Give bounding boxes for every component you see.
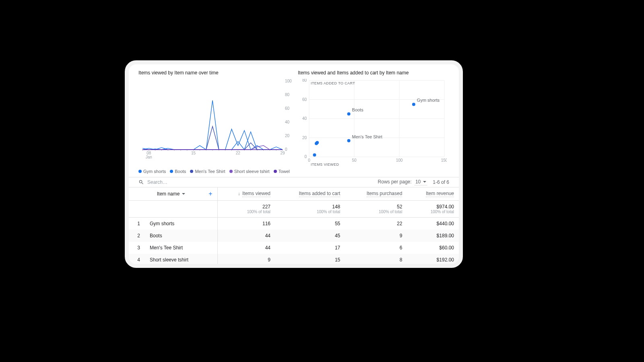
legend-item[interactable]: Gym shorts [138,169,166,174]
items-table: Item name + ↓ Items viewed Items added t… [129,187,459,266]
col-items-viewed[interactable]: ↓ Items viewed [217,187,275,201]
svg-point-59 [347,139,351,142]
totals-row: 227100% of total 148100% of total 52100%… [129,201,459,218]
svg-text:0: 0 [285,147,287,152]
col-items-added[interactable]: Items added to cart [275,187,345,201]
pagination-label: 1-6 of 6 [433,179,449,185]
line-chart-card: Items viewed by Item name over time 0204… [138,70,290,174]
svg-text:0: 0 [304,154,307,159]
legend-swatch [138,170,142,173]
svg-text:40: 40 [302,116,307,121]
legend-swatch [190,170,193,173]
svg-text:60: 60 [285,106,290,111]
legend-item[interactable]: Men's Tee Shirt [190,169,225,174]
svg-point-55 [412,103,415,106]
rows-per-page-label: Rows per page: [378,179,412,185]
legend-swatch [229,170,233,173]
svg-text:ITEMS ADDED TO CART: ITEMS ADDED TO CART [311,81,355,85]
dimension-picker[interactable]: Item name [157,191,186,197]
chevron-down-icon [423,181,426,183]
dimension-name: Item name [157,191,180,197]
search-icon [138,179,144,185]
svg-text:22: 22 [236,151,241,155]
svg-text:50: 50 [352,158,357,162]
item-name-cell: Men's Tee Shirt [145,242,217,254]
search-wrap [138,179,378,185]
item-name-cell: Boots [145,230,217,242]
svg-text:Gym shorts: Gym shorts [417,98,440,103]
svg-text:15: 15 [191,151,196,155]
line-chart-title: Items viewed by Item name over time [138,70,290,76]
svg-text:0: 0 [308,158,310,162]
legend-swatch [170,170,173,173]
sort-desc-icon: ↓ [238,191,240,196]
svg-text:20: 20 [285,134,290,138]
svg-text:80: 80 [285,93,290,97]
legend-swatch [274,170,277,173]
svg-point-57 [347,112,351,115]
table-row[interactable]: 3Men's Tee Shirt44176$60.00 [129,242,459,254]
svg-text:20: 20 [302,136,307,140]
scatter-chart-card: Items viewed and Items added to cart by … [298,70,449,174]
item-name-cell: Gym shorts [145,218,217,230]
svg-text:150: 150 [441,158,447,162]
rows-per-page: Rows per page: 10 [378,179,427,185]
table-row[interactable]: 1Gym shorts1165522$440.00 [129,218,459,230]
table-row[interactable]: 2Boots44459$189.00 [129,230,459,242]
charts-row: Items viewed by Item name over time 0204… [129,64,459,177]
svg-text:80: 80 [302,79,307,82]
svg-text:ITEMS VIEWED: ITEMS VIEWED [311,162,339,167]
item-name-cell: Short sleeve tshirt [145,254,217,266]
svg-point-63 [313,153,316,156]
svg-text:29: 29 [280,151,285,155]
col-items-purchased[interactable]: Items purchased [345,187,407,201]
legend-item[interactable]: Short sleeve tshirt [229,169,270,174]
svg-point-62 [315,142,318,145]
svg-text:100: 100 [396,158,403,162]
col-item-revenue[interactable]: Item revenue [407,187,459,201]
rows-per-page-select[interactable]: 10 [415,179,427,185]
line-chart-legend: Gym shortsBootsMen's Tee ShirtShort slee… [138,169,290,174]
add-dimension-button[interactable]: + [208,191,212,197]
scatter-chart-body[interactable]: 020406080050100150ITEMS ADDED TO CARTITE… [298,79,449,167]
table-row[interactable]: 4Short sleeve tshirt9158$192.00 [129,254,459,266]
legend-item[interactable]: Towel [274,169,290,174]
svg-text:100: 100 [285,79,292,83]
rows-per-page-value: 10 [415,179,421,185]
svg-text:Jan: Jan [146,155,152,159]
svg-text:40: 40 [285,120,290,124]
line-chart-body[interactable]: 02040608010008152229Jan [138,79,290,167]
table-header-row: Item name + ↓ Items viewed Items added t… [129,187,459,201]
scatter-chart-title: Items viewed and Items added to cart by … [298,70,449,76]
search-input[interactable] [147,179,227,185]
dashboard-frame: Items viewed by Item name over time 0204… [125,60,463,268]
table-toolbar: Rows per page: 10 1-6 of 6 [129,177,459,187]
svg-text:60: 60 [302,97,307,102]
svg-text:Men's Tee Shirt: Men's Tee Shirt [352,134,382,139]
svg-text:Boots: Boots [352,107,364,112]
chevron-down-icon [182,193,185,195]
legend-item[interactable]: Boots [170,169,186,174]
